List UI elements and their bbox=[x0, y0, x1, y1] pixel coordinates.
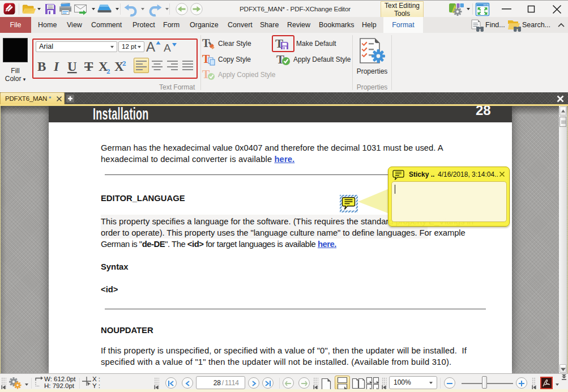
svg-text:B: B bbox=[37, 59, 46, 74]
svg-text:I: I bbox=[53, 59, 59, 74]
svg-text:A: A bbox=[164, 42, 171, 54]
svg-text:2: 2 bbox=[122, 59, 126, 67]
svg-text:2: 2 bbox=[106, 67, 110, 75]
svg-text:A: A bbox=[146, 39, 155, 54]
svg-text:T: T bbox=[84, 59, 93, 74]
svg-text:U: U bbox=[67, 59, 77, 74]
